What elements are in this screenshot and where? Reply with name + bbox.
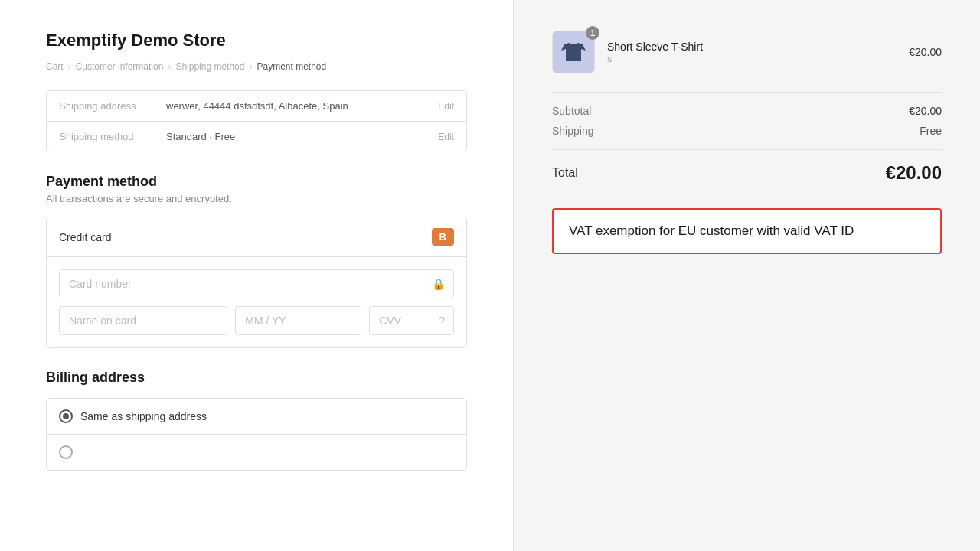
billing-box: Same as shipping address — [46, 398, 467, 471]
order-item: 1 Short Sleeve T-Shirt s €20.00 — [552, 31, 942, 73]
breadcrumb-cart[interactable]: Cart — [46, 61, 64, 72]
same-as-shipping-row[interactable]: Same as shipping address — [47, 399, 466, 435]
breadcrumb-payment: Payment method — [256, 61, 326, 72]
item-price: €20.00 — [909, 46, 942, 58]
vat-text: VAT exemption for EU customer with valid… — [569, 223, 854, 238]
shipping-address-label: Shipping address — [59, 100, 166, 112]
payment-box: Credit card B 🔒 ? — [46, 217, 467, 348]
total-label: Total — [552, 166, 578, 180]
breadcrumb-sep-2: › — [168, 61, 171, 72]
breadcrumb-shipping[interactable]: Shipping method — [175, 61, 244, 72]
card-number-input[interactable] — [59, 269, 454, 298]
card-number-wrapper: 🔒 — [59, 269, 454, 298]
order-divider-1 — [552, 92, 942, 93]
expiry-input[interactable] — [235, 306, 361, 335]
different-address-row[interactable] — [47, 435, 466, 470]
tshirt-icon — [560, 38, 587, 66]
item-name: Short Sleeve T-Shirt — [607, 41, 897, 53]
shipping-method-value: Standard · Free — [166, 131, 438, 142]
same-as-shipping-label: Same as shipping address — [80, 410, 207, 422]
item-image-wrapper: 1 — [552, 31, 595, 73]
card-fields: 🔒 ? — [47, 257, 466, 347]
total-value: €20.00 — [886, 162, 942, 184]
item-info: Short Sleeve T-Shirt s — [607, 41, 897, 64]
breadcrumb-sep-1: › — [68, 61, 71, 72]
order-divider-2 — [552, 149, 942, 150]
subtotal-row: Subtotal €20.00 — [552, 105, 942, 117]
breadcrumb-customer[interactable]: Customer information — [76, 61, 164, 72]
total-row: Total €20.00 — [552, 162, 942, 184]
payment-section-subtitle: All transactions are secure and encrypte… — [46, 193, 467, 204]
shipping-method-label: Shipping method — [59, 131, 166, 142]
shipping-label: Shipping — [552, 125, 594, 137]
payment-badge: B — [432, 228, 454, 246]
shipping-method-row: Shipping method Standard · Free Edit — [47, 122, 466, 152]
lock-icon: 🔒 — [432, 278, 445, 290]
cvv-help-icon[interactable]: ? — [439, 315, 445, 327]
store-title: Exemptify Demo Store — [46, 31, 467, 51]
left-panel: Exemptify Demo Store Cart › Customer inf… — [0, 0, 513, 551]
shipping-row: Shipping Free — [552, 125, 942, 137]
cvv-wrapper: ? — [369, 306, 454, 335]
shipping-method-edit[interactable]: Edit — [438, 132, 454, 142]
credit-card-label: Credit card — [59, 231, 111, 243]
right-panel: 1 Short Sleeve T-Shirt s €20.00 Subtotal… — [513, 0, 980, 551]
subtotal-value: €20.00 — [909, 105, 942, 117]
billing-title: Billing address — [46, 370, 467, 386]
info-summary-box: Shipping address werwer, 44444 dsfsdfsdf… — [46, 90, 467, 152]
breadcrumb-sep-3: › — [249, 61, 252, 72]
same-as-shipping-radio[interactable] — [59, 409, 73, 423]
card-detail-row: ? — [59, 306, 454, 335]
shipping-address-edit[interactable]: Edit — [438, 101, 454, 112]
name-on-card-input[interactable] — [59, 306, 227, 335]
subtotal-label: Subtotal — [552, 105, 591, 117]
breadcrumb: Cart › Customer information › Shipping m… — [46, 61, 467, 72]
shipping-address-value: werwer, 44444 dsfsdfsdf, Albacete, Spain — [166, 100, 438, 112]
shipping-value: Free — [920, 125, 942, 137]
item-quantity-badge: 1 — [586, 26, 599, 40]
item-variant: s — [607, 53, 897, 64]
payment-section-title: Payment method — [46, 174, 467, 190]
different-address-radio[interactable] — [59, 445, 73, 459]
vat-box[interactable]: VAT exemption for EU customer with valid… — [552, 208, 942, 254]
payment-header: Credit card B — [47, 217, 466, 257]
shipping-address-row: Shipping address werwer, 44444 dsfsdfsdf… — [47, 91, 466, 122]
